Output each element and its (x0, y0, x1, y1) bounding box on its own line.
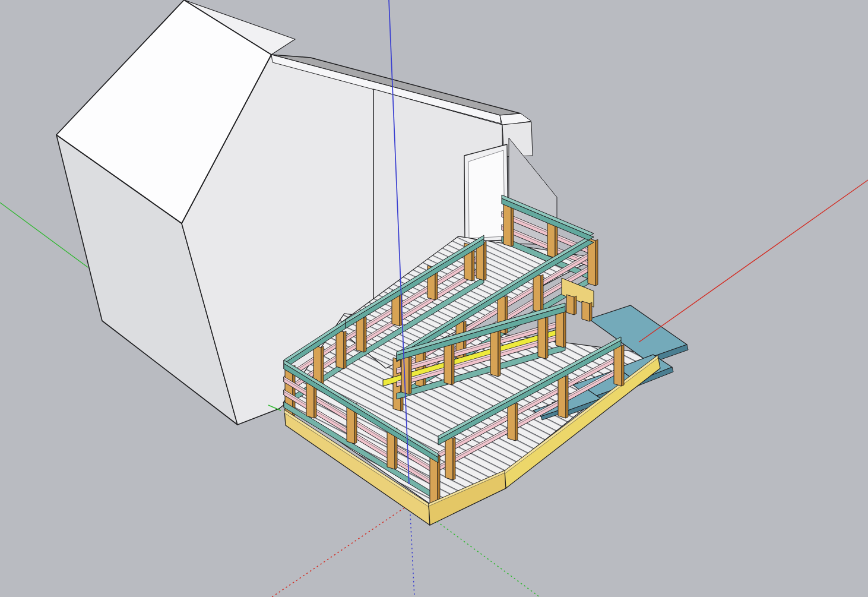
railing-post-side[interactable] (452, 342, 454, 385)
railing-post-side[interactable] (484, 241, 486, 280)
railing-post-side[interactable] (546, 316, 548, 359)
railing-post[interactable] (508, 402, 515, 441)
railing-post-side[interactable] (344, 331, 346, 369)
railing-post-side[interactable] (409, 355, 411, 394)
railing-post[interactable] (582, 301, 590, 321)
railing-post[interactable] (566, 295, 574, 315)
railing-post-side[interactable] (566, 375, 568, 418)
model-scene (0, 0, 868, 597)
railing-post[interactable] (538, 315, 546, 359)
railing-post[interactable] (445, 436, 453, 480)
railing-post-side[interactable] (574, 296, 576, 315)
railing-post-side[interactable] (321, 346, 324, 386)
railing-post[interactable] (444, 341, 452, 385)
railing-post[interactable] (614, 343, 622, 386)
railing-post-side[interactable] (563, 311, 566, 348)
railing-post[interactable] (558, 374, 566, 418)
railing-post-side[interactable] (622, 345, 624, 386)
extension-door-panel[interactable] (468, 150, 505, 238)
railing-post-side[interactable] (364, 317, 366, 352)
railing-post-side[interactable] (498, 329, 500, 377)
railing-post-side[interactable] (595, 239, 598, 286)
railing-post-side[interactable] (453, 437, 455, 480)
railing-post[interactable] (336, 330, 344, 369)
railing-post-side[interactable] (515, 403, 518, 441)
railing-post[interactable] (490, 328, 498, 377)
railing-post-side[interactable] (590, 302, 592, 321)
railing-post-side[interactable] (541, 274, 543, 312)
railing-post[interactable] (533, 273, 541, 312)
railing-post[interactable] (556, 309, 563, 348)
sketchup-3d-viewport[interactable] (0, 0, 868, 597)
